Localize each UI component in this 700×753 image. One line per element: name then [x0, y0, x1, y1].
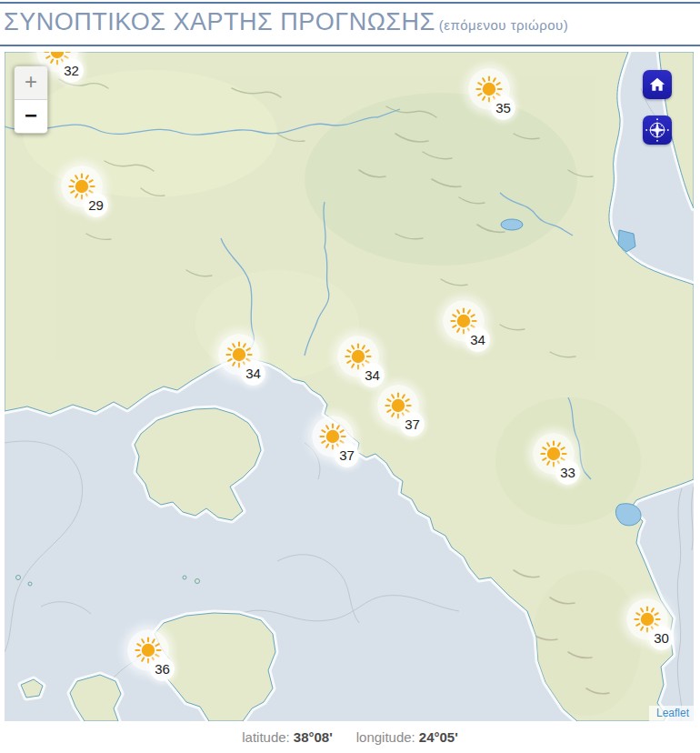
latitude-value: 38°08' — [294, 729, 333, 745]
longitude-label: longitude: — [356, 729, 415, 745]
zoom-out-button[interactable]: − — [15, 100, 47, 133]
temperature-badge: 32 — [59, 58, 84, 83]
temperature-badge: 36 — [150, 657, 175, 681]
temperature-badge: 34 — [241, 361, 265, 386]
longitude-readout: longitude:24°05' — [356, 729, 458, 745]
zoom-in-button[interactable]: + — [15, 66, 47, 100]
temperature-badge: 29 — [84, 193, 108, 217]
temperature-badge: 37 — [335, 443, 359, 467]
header-rule-bottom — [0, 45, 700, 46]
temperature-badge: 34 — [465, 327, 490, 352]
leaflet-link[interactable]: Leaflet — [656, 707, 689, 719]
temperature-badge: 33 — [555, 460, 580, 485]
compass-icon — [645, 118, 669, 142]
zoom-control: + − — [14, 65, 48, 134]
coordinates-bar: latitude:38°08' longitude:24°05' — [0, 721, 700, 753]
header-rule-top — [0, 2, 700, 4]
leaflet-attribution: Leaflet — [649, 706, 694, 721]
home-icon — [648, 75, 666, 94]
longitude-value: 24°05' — [419, 729, 458, 745]
latitude-readout: latitude:38°08' — [242, 729, 332, 745]
page-title-text: ΣΥΝΟΠΤΙΚΟΣ ΧΑΡΤΗΣ ΠΡΟΓΝΩΣΗΣ — [4, 8, 435, 35]
page-title: ΣΥΝΟΠΤΙΚΟΣ ΧΑΡΤΗΣ ΠΡΟΓΝΩΣΗΣ(επόμενου τρι… — [4, 8, 568, 36]
home-button[interactable] — [643, 70, 672, 99]
forecast-map[interactable]: + − — [5, 52, 694, 721]
latitude-label: latitude: — [242, 729, 290, 745]
temperature-badge: 30 — [649, 626, 674, 650]
page-subtitle: (επόμενου τριώρου) — [439, 17, 569, 33]
compass-button[interactable] — [643, 115, 672, 145]
temperature-badge: 35 — [491, 95, 515, 120]
temperature-badge: 34 — [360, 363, 385, 387]
basemap — [5, 52, 694, 721]
temperature-badge: 37 — [400, 412, 425, 437]
page: ΣΥΝΟΠΤΙΚΟΣ ΧΑΡΤΗΣ ΠΡΟΓΝΩΣΗΣ(επόμενου τρι… — [0, 0, 700, 753]
